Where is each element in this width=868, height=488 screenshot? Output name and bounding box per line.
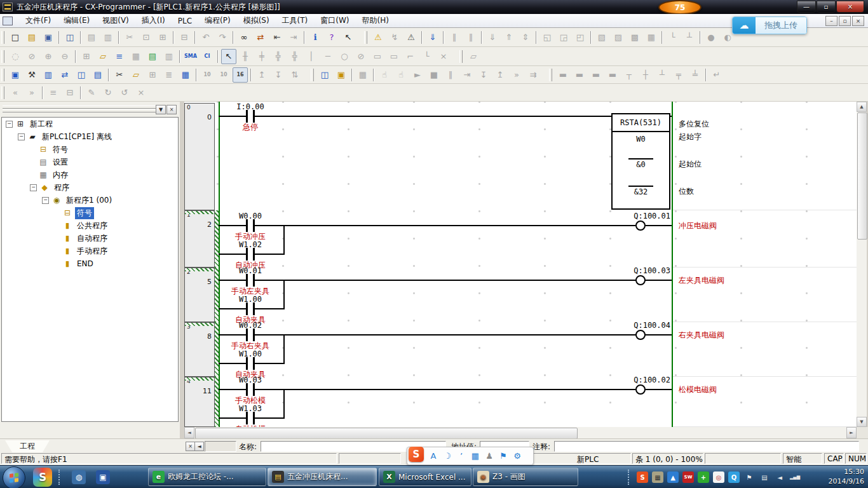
menu-item-5[interactable]: PLC (172, 15, 198, 27)
workspace-grip[interactable] (3, 105, 159, 109)
contact-icon[interactable] (246, 412, 248, 424)
watch-sheet-icon[interactable]: ▣ (334, 67, 349, 83)
tree-item-memory[interactable]: ▦内存 (2, 168, 178, 181)
tray-sogou-icon[interactable]: S (637, 471, 648, 483)
toolbar-grip[interactable] (1, 69, 4, 81)
tray-action-center-icon[interactable]: ⚑ (743, 471, 755, 483)
context-help-icon[interactable]: ↖ (341, 30, 356, 45)
ci-dialog-icon[interactable]: CI (200, 49, 215, 64)
compile-report-icon[interactable]: ◫ (62, 30, 78, 45)
tree-item-section-end[interactable]: ▮END (2, 257, 178, 270)
help-topics-icon[interactable]: ? (324, 30, 339, 45)
contact-icon[interactable] (253, 383, 255, 396)
contact-icon[interactable] (253, 110, 255, 123)
instruction-block[interactable]: RSTA(531)W0&0&32 (611, 113, 670, 210)
view-swap-icon[interactable]: ⇄ (57, 67, 72, 83)
view-windows-icon[interactable]: ▣ (8, 67, 23, 83)
tab-project[interactable]: 工程 (5, 440, 50, 452)
operand-back-icon[interactable]: ◄ (194, 442, 204, 451)
scroll-left-icon[interactable]: ◄ (184, 427, 194, 438)
contact-icon[interactable] (246, 383, 248, 396)
contact-icon[interactable] (253, 274, 255, 287)
contact-icon[interactable] (246, 219, 248, 232)
toolbar-grip[interactable] (311, 69, 314, 81)
save-project-icon[interactable]: ▣ (41, 30, 56, 45)
menu-item-8[interactable]: 工具(T) (276, 14, 315, 27)
task-paint[interactable]: ◉Z3 - 画图 (473, 468, 578, 486)
radix-hex-icon[interactable]: 16 (233, 67, 248, 83)
rung-margin[interactable]: 411 (184, 377, 215, 427)
contact-icon[interactable] (253, 302, 255, 315)
menu-item-1[interactable]: 文件(F) (19, 14, 57, 27)
rung-comment-icon[interactable]: ▱ (95, 49, 111, 64)
tree-item-program1[interactable]: −◉新程序1 (00) (2, 194, 178, 207)
new-file-icon[interactable]: □ (8, 30, 23, 45)
validate-symbols-icon[interactable]: ⚠ (370, 30, 386, 45)
menu-item-9[interactable]: 窗口(W) (314, 14, 355, 27)
ladder-diagram-view[interactable]: 00I:0.00急停RSTA(531)W0&0&32多位复位起始字起始位位数12… (184, 102, 857, 427)
menu-item-7[interactable]: 模拟(S) (237, 14, 276, 27)
taskbar-clock[interactable]: 15:30 2014/9/16 (829, 467, 864, 486)
rung-margin[interactable]: 38 (184, 322, 215, 377)
toolbar-grip[interactable] (364, 31, 367, 44)
io-comment-dialog-icon[interactable]: ▦ (178, 67, 193, 83)
program-overview-icon[interactable]: ≡ (112, 49, 127, 64)
close-button[interactable]: × (836, 1, 864, 13)
contact-icon[interactable] (246, 329, 248, 341)
scroll-right-icon[interactable]: ► (846, 427, 857, 438)
contact-icon[interactable] (253, 248, 255, 261)
quick-launch-media-icon[interactable]: ▣ (96, 470, 110, 484)
workspace-close-icon[interactable]: × (166, 105, 177, 114)
transfer-program-icon[interactable]: ⇓ (425, 30, 440, 45)
start-button[interactable] (3, 466, 25, 488)
contact-icon[interactable] (253, 357, 255, 370)
comment-field[interactable] (554, 441, 859, 452)
ime-toolbar[interactable]: S A☽’▦♟⚑⚙ (407, 447, 534, 465)
minimize-button[interactable]: — (797, 1, 816, 13)
taskbar-grip[interactable] (58, 470, 63, 485)
find-warning-icon[interactable]: ⚠ (403, 30, 419, 45)
toolbar-grip[interactable] (459, 50, 463, 63)
tree-item-plc[interactable]: −▰新PLC1[CP1E] 离线 (2, 130, 178, 143)
contact-icon[interactable] (253, 412, 255, 424)
tree-item-section-auto[interactable]: ▮自动程序 (2, 232, 178, 245)
contact-icon[interactable] (246, 274, 248, 287)
horizontal-scrollbar[interactable]: ◄ ► (184, 427, 857, 438)
ime-account-icon[interactable]: ♟ (482, 451, 496, 461)
rung-margin[interactable]: 25 (184, 268, 215, 322)
find-icon[interactable]: ∞ (236, 30, 252, 45)
tray-network-icon[interactable]: ▂▄▆ (789, 471, 801, 483)
info-icon[interactable]: ℹ (308, 30, 323, 45)
workspace-grip[interactable] (3, 109, 159, 112)
tree-item-section-manual[interactable]: ▮手动程序 (2, 245, 178, 257)
find-back-icon[interactable]: ⇤ (269, 30, 285, 45)
workspace-dropdown-icon[interactable]: ▼ (156, 105, 166, 114)
tray-volume-muted-icon[interactable]: ◄ (774, 471, 785, 483)
vertical-scrollbar[interactable]: ▲ ▼ (857, 102, 867, 427)
tree-expand-icon[interactable]: − (6, 121, 13, 128)
tree-item-section-common[interactable]: ▮公共程序 (2, 219, 178, 232)
sogou-logo-icon[interactable]: S (409, 447, 424, 462)
mdi-child-icon[interactable] (3, 17, 13, 25)
scroll-down-icon[interactable]: ▼ (857, 417, 867, 427)
tree-item-global-symbols[interactable]: ⊟符号 (2, 143, 178, 156)
view-find-window-icon[interactable]: ▥ (41, 67, 56, 83)
contact-icon[interactable] (246, 110, 248, 123)
task-excel[interactable]: XMicrosoft Excel ... (379, 468, 471, 486)
ime-punctuation-icon[interactable]: ’ (454, 451, 468, 461)
tray-solidworks-icon[interactable]: SW (682, 471, 694, 483)
mdi-restore-button[interactable]: ▫ (839, 16, 851, 26)
tree-item-project[interactable]: −⊞新工程 (2, 118, 178, 130)
scroll-up-icon[interactable]: ▲ (857, 102, 867, 112)
toolbox-icon[interactable]: ⚒ (24, 67, 39, 83)
tray-wangwang-icon[interactable]: ▲ (667, 471, 679, 483)
coil-icon[interactable] (635, 330, 646, 340)
select-mode-icon[interactable]: ↖ (221, 49, 236, 64)
coil-icon[interactable] (635, 275, 646, 285)
contact-icon[interactable] (246, 302, 248, 315)
tray-unionpay-icon[interactable]: ◎ (713, 471, 724, 483)
contact-icon[interactable] (246, 248, 248, 261)
monitor-sma-icon[interactable]: SMA (183, 49, 198, 64)
horizontal-scroll-thumb[interactable] (195, 428, 578, 439)
task-browser[interactable]: e欧姆龙工控论坛 -... (148, 468, 266, 486)
